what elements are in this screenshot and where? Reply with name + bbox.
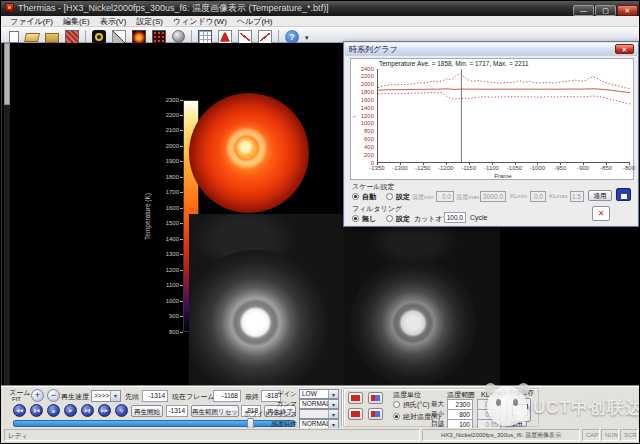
scale-auto-radio[interactable] — [352, 193, 359, 200]
colorbar-tick: 2000 — [149, 143, 179, 149]
maximize-button[interactable]: ▢ — [595, 5, 616, 16]
fast-forward-button[interactable]: ▶▶ — [98, 404, 111, 417]
scale-field-label-2: KLmin — [510, 193, 527, 199]
title-bar[interactable]: Thermias - [HX3_Nickel2000fps_300us_f6: … — [1, 1, 640, 16]
first-frame-value[interactable]: -1314 — [142, 390, 168, 402]
red-palette-button-1[interactable] — [348, 392, 363, 404]
speed-dropdown[interactable]: >>>> — [91, 390, 121, 402]
sphere-icon[interactable] — [172, 30, 185, 43]
step-back-button[interactable]: ▮◀ — [30, 404, 43, 417]
open-folder-icon[interactable] — [24, 33, 40, 42]
y-axis-tick: 200 — [351, 152, 374, 158]
red-blue-palette-button-1[interactable] — [368, 392, 383, 404]
save-graph-button[interactable] — [616, 188, 631, 201]
menu-item-edit[interactable]: 編集(E) — [58, 16, 95, 27]
unit-label: 温度単位 — [393, 390, 421, 400]
save-result-button[interactable] — [507, 398, 531, 422]
scrollbar-thumb[interactable] — [4, 43, 10, 105]
rewind-button[interactable]: ◀◀ — [13, 404, 26, 417]
scale-field-value-0: 0.0 — [436, 191, 454, 202]
scale-auto-label: 自動 — [362, 192, 376, 202]
red-blue-palette-button-2[interactable] — [368, 408, 383, 420]
menu-bar: ファイル(F)編集(E)表示(V)設定(S)ウィンドウ(W)ヘルプ(H) — [1, 16, 640, 27]
trend-graph-icon[interactable] — [258, 30, 272, 44]
graph-close-button[interactable]: ✕ — [615, 44, 634, 54]
control-panel: ズーム FIT + − 再生速度 >>>> 先頭 -1314 現在フレーム -1… — [1, 386, 640, 428]
play-start-button[interactable]: 再生開始 — [131, 405, 163, 417]
kelvin-radio[interactable] — [393, 413, 400, 420]
thermal-image[interactable] — [189, 93, 309, 213]
scale-field-label-3: KLmax — [549, 193, 568, 199]
white-balance-dropdown[interactable] — [299, 409, 339, 419]
gamma-label: ガンマ — [229, 400, 297, 409]
scale-manual-radio[interactable] — [386, 193, 393, 200]
colorbar-tick: 1500 — [149, 220, 179, 226]
scale-field-label-0: 温度min — [412, 193, 434, 202]
stop-button[interactable]: ■ — [47, 404, 60, 417]
scale-manual-label: 設定 — [396, 192, 410, 202]
filter-none-label: 無し — [362, 214, 376, 224]
left-scrollbar[interactable] — [4, 43, 10, 386]
filtering-label: フィルタリング — [352, 204, 402, 214]
y-axis-tick: 1400 — [351, 105, 374, 111]
scale-apply-button[interactable]: 適用 — [588, 190, 612, 201]
close-button[interactable]: ✕ — [617, 5, 638, 16]
play-start-value[interactable]: -1314 — [166, 405, 188, 417]
minimize-button[interactable]: — — [573, 5, 594, 16]
first-frame-label: 先頭 — [125, 392, 139, 402]
menu-item-file[interactable]: ファイル(F) — [5, 16, 58, 27]
filter-graph-icon-button[interactable]: ✕ — [592, 206, 610, 221]
y-axis-tick: 2000 — [351, 81, 374, 87]
colorbar-tick: 800 — [149, 329, 179, 335]
loop-button[interactable]: ↻ — [115, 404, 128, 417]
cutoff-value[interactable]: 100.0 — [444, 212, 466, 223]
toolbar-separator — [278, 30, 279, 43]
celsius-radio[interactable] — [393, 401, 400, 408]
colorbar-tick: 1600 — [149, 205, 179, 211]
colorbar-tick: 1400 — [149, 236, 179, 242]
filter-none-radio[interactable] — [352, 215, 359, 222]
step-forward-button[interactable]: ▶▮ — [81, 404, 94, 417]
line-profile-icon[interactable] — [112, 30, 126, 44]
scale-settings-label: スケール設定 — [352, 182, 395, 192]
toolbar-overflow-icon[interactable]: ▾ — [305, 30, 312, 44]
app-window: Thermias - [HX3_Nickel2000fps_300us_f6: … — [0, 0, 640, 444]
colorbar-tick: 1200 — [149, 267, 179, 273]
status-filename: HX3_Nickel2000fps_300us_f6: 温度画像表示 — [422, 429, 580, 441]
zoom-out-button[interactable]: − — [47, 389, 60, 402]
image-grid-icon[interactable] — [65, 30, 79, 44]
menu-item-settings[interactable]: 設定(S) — [131, 16, 168, 27]
graph-window-titlebar[interactable]: 時系列グラフ ✕ — [345, 43, 637, 56]
zoom-in-button[interactable]: + — [31, 389, 44, 402]
x-axis-tick: -1000 — [527, 165, 547, 171]
play-button[interactable]: ▶ — [64, 404, 77, 417]
gamma-dropdown[interactable]: NORMAL — [299, 399, 339, 409]
y-axis-tick: 2400 — [351, 66, 374, 72]
new-file-icon[interactable] — [9, 31, 19, 43]
target-icon[interactable] — [92, 30, 106, 44]
graph-icon[interactable] — [238, 30, 252, 44]
y-axis-tick: 1600 — [351, 97, 374, 103]
grayscale-image-left[interactable] — [189, 214, 344, 386]
colorbar-tick: 2300 — [149, 97, 179, 103]
menu-item-window[interactable]: ウィンドウ(W) — [168, 16, 232, 27]
thermal-image-icon[interactable] — [132, 30, 146, 44]
chart-plot[interactable] — [377, 69, 629, 163]
pattern-icon[interactable] — [152, 30, 166, 44]
grayscale-image-right[interactable] — [344, 214, 500, 386]
colorbar-tick: 1800 — [149, 174, 179, 180]
folder-icon[interactable] — [45, 33, 59, 43]
celsius-label: 摂氏(°C) — [403, 400, 430, 410]
status-ready: レディ — [4, 429, 420, 441]
help-icon[interactable]: ? — [285, 30, 299, 44]
filter-manual-radio[interactable] — [386, 215, 393, 222]
toolbar-separator — [191, 30, 192, 43]
colorbar-tick: 900 — [149, 313, 179, 319]
menu-item-help[interactable]: ヘルプ(H) — [232, 16, 278, 27]
red-palette-button-2[interactable] — [348, 408, 363, 420]
gain-label: ゲイン — [229, 390, 297, 399]
gain-dropdown[interactable]: LOW — [299, 389, 339, 399]
grid-table-icon[interactable] — [198, 30, 212, 44]
histogram-icon[interactable] — [218, 30, 232, 44]
menu-item-view[interactable]: 表示(V) — [95, 16, 132, 27]
